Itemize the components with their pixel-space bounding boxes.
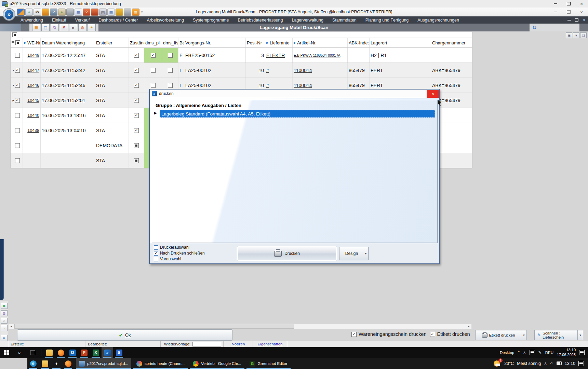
row-select-checkbox[interactable]	[15, 83, 20, 88]
handshake-icon[interactable]	[42, 9, 49, 16]
grid-view-icon[interactable]: ▦	[32, 24, 40, 31]
etikett-drucken-checkbox[interactable]	[430, 332, 435, 337]
pen-tray-icon[interactable]: ✎	[538, 350, 542, 355]
app-minimize-button[interactable]	[549, 8, 562, 16]
window-restore-button[interactable]	[573, 16, 580, 24]
row-select-checkbox[interactable]	[15, 158, 20, 163]
notizen-link[interactable]: Notizen	[232, 342, 245, 346]
filter-remove-icon[interactable]: ✗	[60, 24, 68, 31]
column-header-we[interactable]: ▶WE-Nr	[23, 38, 41, 47]
clock[interactable]: 13:10 17.06.2025	[557, 348, 576, 357]
zustaend-checkbox[interactable]	[134, 53, 139, 58]
column-header-artikel[interactable]: ▶Artikel-Nr.	[293, 38, 348, 47]
taskbar-dark-app-icon[interactable]: ♦	[51, 358, 62, 369]
taskbar-teams-s-icon[interactable]: S	[113, 347, 125, 358]
zustaend-checkbox[interactable]	[134, 128, 139, 133]
dms_lfs-checkbox[interactable]	[168, 68, 173, 73]
formula-icon[interactable]: √x	[34, 9, 41, 16]
notification-icon[interactable]	[578, 361, 584, 366]
zustaend-checkbox[interactable]	[134, 68, 139, 73]
scannen-dropdown[interactable]: ▼	[578, 330, 583, 340]
menu-item-planung-und-fertigung[interactable]: Planung und Fertigung	[365, 18, 409, 23]
collapse-icon[interactable]: ▼	[573, 32, 579, 38]
horizontal-scrollbar[interactable]: ◂ ▸	[8, 324, 472, 329]
zustaend-checkbox[interactable]	[134, 98, 139, 103]
menu-item-einkauf[interactable]: Einkauf	[52, 18, 66, 23]
taskbar-outlook-icon[interactable]: O	[67, 347, 78, 358]
taskbar-window-rdp[interactable]: p2017srv.prodat-sql.d...	[76, 358, 131, 369]
stones-icon[interactable]	[124, 9, 131, 16]
box-icon[interactable]	[91, 9, 98, 16]
wareneingangsschein-drucken-checkbox[interactable]	[351, 332, 357, 337]
we-nr-link[interactable]: 10449	[27, 53, 39, 58]
rdp-minimize-button[interactable]	[549, 0, 562, 8]
new-document-icon[interactable]: +	[25, 9, 33, 16]
cascade-windows-icon[interactable]: ❏	[580, 32, 587, 38]
dialog-close-button[interactable]: ×	[427, 90, 439, 98]
rdp-restore-button[interactable]	[562, 0, 575, 8]
nach-drucken-schließen-checkbox[interactable]	[154, 251, 158, 256]
taskbar-window-chrome[interactable]: Vertrieb - Google Chr...	[190, 358, 244, 369]
drucken-button[interactable]: Drucken	[237, 246, 337, 261]
refresh-icon[interactable]: ↻	[532, 25, 537, 31]
lieferant-link[interactable]: #	[266, 83, 269, 88]
copy-icon[interactable]: ⧉	[51, 24, 59, 31]
we-nr-link[interactable]: 10440	[27, 113, 39, 118]
row-select-checkbox[interactable]	[15, 98, 20, 103]
taskbar-excel-icon[interactable]: X	[90, 347, 102, 358]
taskbar-edge-icon[interactable]: e	[27, 358, 39, 369]
tray-expand-icon[interactable]: ∧	[544, 361, 547, 366]
we-nr-link[interactable]: 10447	[27, 68, 39, 73]
globe-icon[interactable]: ◍	[78, 24, 86, 31]
menu-item-lagerverwaltung[interactable]: Lagerverwaltung	[292, 18, 323, 23]
weather-icon[interactable]: 1	[494, 360, 501, 367]
cart-icon[interactable]	[66, 9, 74, 16]
taskbar-prodat-icon[interactable]: »	[102, 347, 113, 358]
cabinet-icon[interactable]: ▤	[99, 9, 107, 16]
we-nr-link[interactable]: 10438	[27, 128, 39, 133]
taskbar-explorer-icon[interactable]	[43, 347, 55, 358]
scroll-right-button[interactable]: ▸	[466, 324, 471, 329]
task-view-icon[interactable]	[26, 347, 39, 358]
weather-desc[interactable]: Meist sonnig	[517, 361, 541, 366]
favorites-icon[interactable]	[17, 9, 25, 16]
design-dropdown[interactable]: ▼	[363, 247, 369, 260]
search-icon[interactable]: ⌕	[13, 347, 26, 358]
table-pencil-icon[interactable]: ▦	[107, 9, 115, 16]
artikel-link[interactable]: 1100014	[294, 68, 312, 73]
row-select-checkbox[interactable]	[15, 143, 20, 148]
row-select-checkbox[interactable]	[15, 53, 20, 58]
list-icon[interactable]: ≡	[1, 335, 8, 341]
taskbar-powerpoint-icon[interactable]: P	[78, 347, 90, 358]
zustaend-checkbox[interactable]	[134, 158, 139, 163]
table-edit-icon[interactable]: ▦	[75, 9, 82, 16]
etikett-drucken-button[interactable]: Etikett drucken	[476, 330, 521, 340]
header-select-checkbox[interactable]	[15, 40, 20, 45]
grid-icon[interactable]: ▦	[132, 9, 139, 16]
we-nr-link[interactable]: 10445	[27, 98, 39, 103]
druckerauswahl-checkbox[interactable]	[154, 245, 158, 250]
row-select-checkbox[interactable]	[15, 68, 20, 73]
binoculars-icon[interactable]: ∞	[69, 24, 77, 31]
column-header-lagerort[interactable]: Lagerort	[370, 38, 431, 47]
dms_pi-checkbox[interactable]	[151, 83, 156, 88]
notification-icon[interactable]	[579, 350, 585, 355]
window-close-button[interactable]: ×	[580, 16, 588, 24]
app-close-button[interactable]: ×	[575, 8, 588, 16]
battery-icon[interactable]	[557, 361, 562, 366]
window-icon[interactable]: ▢	[41, 24, 50, 31]
lieferant-link[interactable]: ELEKTR	[266, 53, 285, 58]
menu-item-verkauf[interactable]: Verkauf	[75, 18, 90, 23]
box-help-icon[interactable]: ?	[83, 9, 90, 16]
help-cart-icon[interactable]: ?	[50, 9, 57, 16]
taskbar-explorer-icon[interactable]	[39, 358, 51, 369]
etikett-drucken-dropdown[interactable]: ▼	[521, 330, 527, 340]
column-header-zustaend[interactable]: Zuständ	[129, 38, 144, 47]
menu-item-ausgangsrechnungen[interactable]: Ausgangsrechnungen	[417, 18, 459, 23]
wiedervorlage-input[interactable]	[192, 342, 221, 346]
start-button[interactable]	[0, 347, 13, 358]
artikel-link[interactable]: 1100014	[294, 83, 312, 88]
column-header-pos[interactable]: Pos.-Nr	[246, 38, 265, 47]
lieferant-link[interactable]: #	[266, 68, 269, 73]
menu-item-betriebsdatenerfassung[interactable]: Betriebsdatenerfassung	[238, 18, 283, 23]
